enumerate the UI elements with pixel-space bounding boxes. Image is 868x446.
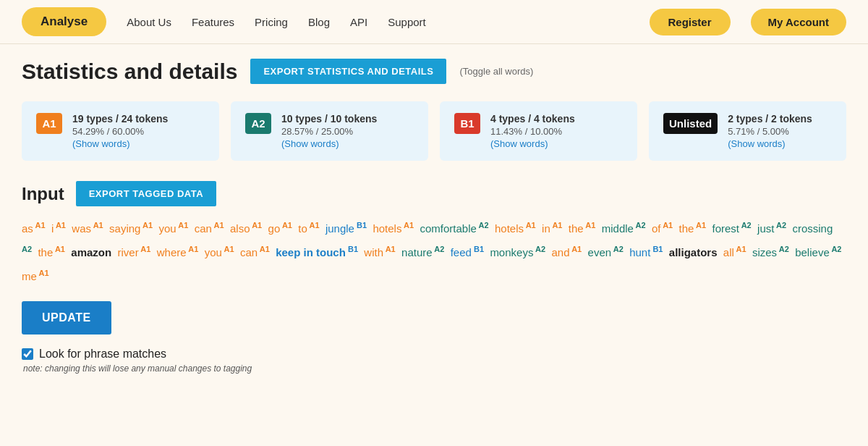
a2-pct: 28.57% / 25.00%: [281, 126, 377, 137]
tag-with: A1: [383, 245, 396, 253]
phrase-match-checkbox[interactable]: [22, 348, 33, 360]
tag-the3: A1: [53, 245, 65, 253]
a1-show-words-link[interactable]: (Show words): [72, 138, 168, 149]
input-title: Input: [22, 184, 64, 204]
tag-to: A1: [307, 221, 320, 230]
tag-just: A2: [774, 221, 786, 230]
a2-types: 10 types / 10 tokens: [281, 113, 377, 125]
stat-card-unlisted: Unlisted 2 types / 2 tokens 5.71% / 5.00…: [649, 101, 846, 161]
word-crossing: crossing: [792, 222, 833, 235]
b1-types: 4 types / 4 tokens: [490, 113, 575, 125]
word-even: even: [588, 246, 612, 258]
word-and: and: [551, 246, 569, 258]
main-content: Statistics and details EXPORT STATISTICS…: [0, 44, 868, 388]
word-me: me: [22, 270, 37, 282]
word-go: go: [268, 222, 281, 235]
a2-show-words-link[interactable]: (Show words): [281, 138, 377, 149]
tag-monkeys: A2: [533, 245, 545, 253]
tag-and: A1: [570, 245, 582, 253]
word-the1: the: [569, 222, 584, 235]
tag-river: A1: [139, 245, 151, 253]
word-of: of: [652, 222, 661, 235]
word-where: where: [157, 246, 187, 258]
word-saying: saying: [109, 222, 140, 235]
unlisted-types: 2 types / 2 tokens: [728, 113, 812, 125]
unlisted-pct: 5.71% / 5.00%: [728, 126, 812, 137]
tag-i: A1: [54, 221, 66, 230]
nav-support-link[interactable]: Support: [388, 16, 426, 28]
nav-register-button[interactable]: Register: [650, 9, 731, 35]
export-statistics-button[interactable]: EXPORT STATISTICS AND DETAILS: [250, 59, 446, 84]
word-in: in: [542, 222, 550, 235]
nav-analyse-button[interactable]: Analyse: [22, 7, 106, 36]
word-as: as: [22, 222, 33, 235]
nav-api-link[interactable]: API: [350, 16, 367, 28]
word-also: also: [230, 222, 250, 235]
word-amazon: amazon: [71, 246, 111, 258]
tag-you: A1: [176, 221, 189, 230]
word-comfortable: comfortable: [420, 222, 477, 235]
nav-about-link[interactable]: About Us: [127, 16, 171, 28]
tag-can2: A1: [258, 245, 270, 253]
a1-pct: 54.29% / 60.00%: [72, 126, 168, 137]
word-to: to: [298, 222, 307, 235]
tag-even: A2: [611, 245, 624, 253]
phrase-match-label[interactable]: Look for phrase matches: [39, 348, 166, 361]
tag-jungle: B1: [354, 221, 367, 230]
tag-in: A1: [550, 221, 563, 230]
word-river: river: [118, 246, 139, 258]
word-alligators: alligators: [669, 246, 718, 258]
word-the3: the: [38, 246, 53, 258]
tag-saying: A1: [140, 221, 153, 230]
nav-features-link[interactable]: Features: [192, 16, 234, 28]
tag-nature: A2: [433, 245, 445, 253]
b1-show-words-link[interactable]: (Show words): [490, 138, 575, 149]
word-jungle: jungle: [326, 222, 354, 235]
tag-comfortable: A2: [477, 221, 489, 230]
stat-card-a1: A1 19 types / 24 tokens 54.29% / 60.00% …: [22, 101, 219, 161]
phrase-match-container: Look for phrase matches: [22, 348, 846, 361]
word-monkeys: monkeys: [490, 246, 533, 258]
export-tagged-button[interactable]: EXPORT TAGGED DATA: [76, 181, 217, 206]
tag-you2: A1: [222, 245, 234, 253]
word-was: was: [72, 222, 91, 235]
a1-badge: A1: [36, 113, 62, 134]
word-hunt: hunt: [629, 246, 650, 258]
word-believe: believe: [795, 246, 830, 258]
word-nature: nature: [401, 246, 433, 258]
toggle-all-words-link[interactable]: (Toggle all words): [459, 66, 533, 77]
tag-sizes: A2: [777, 245, 789, 253]
unlisted-show-words-link[interactable]: (Show words): [728, 138, 812, 149]
phrase-match-note: note: changing this will lose any manual…: [23, 363, 846, 374]
word-middle: middle: [602, 222, 634, 235]
word-forest: forest: [712, 222, 739, 235]
tag-me: A1: [37, 269, 49, 277]
tagged-text-area: as A1 i A1 was A1 saying A1 you A1 can A…: [22, 216, 846, 288]
tag-all: A1: [734, 245, 746, 253]
word-sizes: sizes: [752, 246, 777, 258]
page-title: Statistics and details: [22, 59, 237, 84]
a2-badge: A2: [245, 113, 271, 134]
tag-believe: A2: [830, 245, 842, 253]
tag-feed: B1: [472, 245, 484, 253]
b1-pct: 11.43% / 10.00%: [490, 126, 575, 137]
nav-pricing-link[interactable]: Pricing: [255, 16, 288, 28]
word-you2: you: [205, 246, 222, 258]
stats-cards: A1 19 types / 24 tokens 54.29% / 60.00% …: [22, 101, 846, 161]
tag-keep-in-touch: B1: [346, 245, 358, 253]
tag-the1: A1: [584, 221, 596, 230]
nav-myaccount-button[interactable]: My Account: [751, 9, 846, 35]
tag-the2: A1: [694, 221, 706, 230]
word-can2: can: [240, 246, 258, 258]
tag-can: A1: [212, 221, 224, 230]
nav-blog-link[interactable]: Blog: [308, 16, 330, 28]
tag-hotels1: A1: [401, 221, 414, 230]
word-can: can: [195, 222, 212, 235]
tag-of: A1: [660, 221, 673, 230]
tag-was: A1: [91, 221, 103, 230]
b1-badge: B1: [454, 113, 480, 134]
word-all: all: [723, 246, 734, 258]
stat-card-a2: A2 10 types / 10 tokens 28.57% / 25.00% …: [231, 101, 428, 161]
update-button[interactable]: UPDATE: [22, 301, 111, 334]
tag-crossing: A2: [22, 245, 32, 253]
